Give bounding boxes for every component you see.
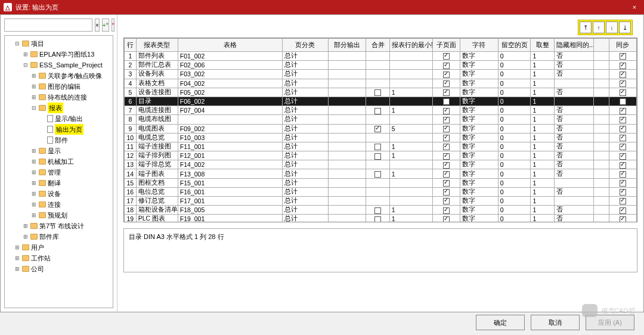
table-row[interactable]: 6目录F06_002总计数字01 [125,97,637,106]
checkbox[interactable] [374,108,381,114]
table-row[interactable]: 19PLC 图表F19_001总计1数字01否 [125,215,637,222]
table-row[interactable]: 7电缆连接图F07_004总计1数字01否 [125,106,637,115]
checkbox[interactable] [443,135,450,141]
checkbox[interactable] [374,171,381,178]
tree-node[interactable]: ⊞公司 [14,263,112,274]
checkbox[interactable] [374,216,381,222]
tree-node[interactable]: ⊞显示 [31,145,112,156]
checkbox[interactable] [443,108,450,114]
tree-node[interactable]: ⊞待布线的连接 [31,92,112,103]
column-header[interactable]: 行 [125,39,137,52]
table-row[interactable]: 14端子图表F13_008总计1数字01否 [125,169,637,178]
table-row[interactable]: 9电缆图表F09_002总计5数字01否 [125,124,637,133]
reports-grid[interactable]: 行报表类型表格页分类部分输出合并报表行的最小数...子页面字符留空的页取整隐藏相… [123,38,637,222]
checkbox[interactable] [620,108,626,114]
checkbox[interactable] [620,189,626,196]
table-row[interactable]: 15图框文档F15_001总计数字01 [125,178,637,187]
checkbox[interactable] [443,98,450,105]
checkbox[interactable] [620,72,626,78]
tree-node[interactable]: ⊞关联参考/触点映像 [31,70,112,81]
checkbox[interactable] [374,144,381,150]
move-down-button[interactable]: ↓ [606,21,618,33]
column-header[interactable]: 表格 [178,39,282,52]
table-row[interactable]: 12端子排列图F12_001总计1数字01否 [125,151,637,160]
column-header[interactable]: 部分输出 [328,39,366,52]
checkbox[interactable] [443,63,450,69]
checkbox[interactable] [620,117,626,123]
tree-node[interactable]: ⊟报表 [31,103,112,113]
move-up-button[interactable]: ↑ [593,21,605,33]
tree-node[interactable]: ⊞第7节 布线设计 [23,221,112,231]
checkbox[interactable] [443,162,450,169]
checkbox[interactable] [620,53,626,60]
checkbox[interactable] [443,216,450,222]
close-icon[interactable]: × [628,4,640,11]
checkbox[interactable] [443,53,450,60]
checkbox[interactable] [620,98,626,105]
tree-node[interactable]: ⊞EPLAN学习图纸13 [23,49,112,60]
tree-node[interactable]: ⊟ESS_Sample_Project [23,60,112,70]
checkbox[interactable] [620,135,626,141]
table-row[interactable]: 1部件列表F01_002总计数字01否 [125,52,637,61]
table-row[interactable]: 2部件汇总表F02_006总计数字01否 [125,61,637,70]
table-row[interactable]: 4表格文档F04_002总计数字01 [125,79,637,88]
table-row[interactable]: 5设备连接图F05_002总计1数字01否 [125,88,637,97]
checkbox[interactable] [620,207,626,214]
table-row[interactable]: 8电缆布线图总计数字01否 [125,115,637,124]
checkbox[interactable] [620,144,626,150]
column-header[interactable]: 取整 [531,39,554,52]
tree-node[interactable]: ⊟项目 [14,38,112,49]
tree-node[interactable]: ⊞设备 [31,188,112,199]
checkbox[interactable] [620,180,626,187]
checkbox[interactable] [620,89,626,96]
checkbox[interactable] [443,153,450,160]
nav-tree[interactable]: ⊟项目⊞EPLAN学习图纸13⊟ESS_Sample_Project⊞关联参考/… [4,35,113,308]
checkbox[interactable] [374,89,381,96]
search-input[interactable] [4,18,92,32]
column-header[interactable]: 报表类型 [136,39,178,52]
tree-node[interactable]: ⊞预规划 [31,210,112,221]
checkbox[interactable] [620,126,626,132]
table-row[interactable]: 18箱柜设备清单F18_005总计1数字01否 [125,206,637,215]
move-top-button[interactable]: ⤒ [580,21,592,33]
ok-button[interactable]: 确定 [476,315,525,330]
checkbox[interactable] [443,144,450,150]
column-header[interactable]: 隐藏相同的... [554,39,593,52]
checkbox[interactable] [374,126,381,132]
add-button[interactable]: +* [102,18,109,32]
tree-node[interactable]: ⊞部件库 [23,231,112,242]
checkbox[interactable] [443,198,450,204]
checkbox[interactable] [443,117,450,123]
tree-node[interactable]: 部件 [39,135,112,145]
column-header[interactable]: 同步 [609,39,636,52]
table-row[interactable]: 16电位总览F16_001总计数字01否 [125,187,637,196]
clear-button[interactable]: × [95,18,100,32]
checkbox[interactable] [443,180,450,187]
move-bottom-button[interactable]: ⤓ [619,21,631,33]
tree-node[interactable]: ⊞用户 [14,242,112,253]
checkbox[interactable] [374,207,381,214]
column-header[interactable]: 子页面 [433,39,460,52]
tree-node[interactable]: ⊞连接 [31,199,112,210]
checkbox[interactable] [443,189,450,196]
checkbox[interactable] [620,198,626,204]
cancel-button[interactable]: 取消 [531,315,580,330]
column-header[interactable]: 页分类 [283,39,329,52]
tree-node[interactable]: ⊞图形的编辑 [31,81,112,92]
checkbox[interactable] [620,216,626,222]
checkbox[interactable] [620,63,626,69]
checkbox[interactable] [443,89,450,96]
checkbox[interactable] [443,80,450,87]
checkbox[interactable] [443,126,450,132]
checkbox[interactable] [443,72,450,78]
checkbox[interactable] [620,80,626,87]
column-header[interactable]: 字符 [460,39,499,52]
table-row[interactable]: 13端子排总览F14_002总计数字01否 [125,160,637,169]
tree-node[interactable]: ⊞管理 [31,167,112,178]
checkbox[interactable] [374,153,381,160]
column-header[interactable]: 报表行的最小数... [389,39,432,52]
checkbox[interactable] [443,171,450,178]
column-header[interactable] [593,39,609,52]
checkbox[interactable] [620,162,626,169]
checkbox[interactable] [620,171,626,178]
